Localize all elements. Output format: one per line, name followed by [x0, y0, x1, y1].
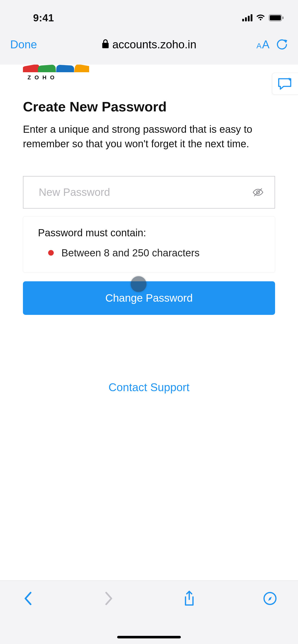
back-button[interactable]	[18, 588, 38, 609]
status-bar: 9:41	[0, 0, 298, 25]
chevron-right-icon	[104, 591, 113, 606]
compass-icon	[263, 591, 277, 606]
text-size-button[interactable]: AA	[256, 38, 269, 51]
password-rules-title: Password must contain:	[38, 227, 260, 239]
wifi-icon	[256, 14, 265, 21]
page-title: Create New Password	[23, 99, 275, 114]
touch-indicator-icon	[131, 276, 146, 292]
chevron-left-icon	[23, 591, 33, 606]
battery-icon	[269, 14, 284, 22]
new-password-input[interactable]	[39, 186, 252, 198]
cellular-icon	[242, 14, 252, 21]
share-icon	[183, 590, 196, 607]
eye-off-icon	[252, 186, 264, 198]
browser-bar: Done accounts.zoho.in AA	[0, 25, 298, 69]
password-rules-box: Password must contain: Between 8 and 250…	[23, 216, 275, 273]
address-bar[interactable]: accounts.zoho.in	[51, 38, 247, 51]
status-time: 9:41	[33, 12, 54, 24]
zoho-logo-text: ZOHO	[23, 74, 89, 81]
browser-bottom-toolbar	[0, 580, 298, 644]
feedback-icon	[278, 77, 293, 90]
contact-support-link[interactable]: Contact Support	[23, 315, 275, 394]
share-button[interactable]	[179, 588, 199, 609]
reload-button[interactable]	[277, 39, 288, 50]
page-body: ZOHO Create New Password Enter a unique …	[0, 65, 298, 601]
home-indicator[interactable]	[117, 636, 181, 638]
url-text: accounts.zoho.in	[112, 38, 196, 51]
change-password-label: Change Password	[105, 292, 193, 304]
password-rule-item: Between 8 and 250 characters	[38, 247, 260, 259]
open-in-safari-button[interactable]	[260, 588, 280, 609]
toggle-password-visibility-button[interactable]	[252, 186, 264, 199]
forward-button[interactable]	[99, 588, 119, 609]
rule-status-dot-icon	[48, 250, 54, 256]
svg-rect-1	[270, 15, 281, 20]
new-password-field-wrap	[23, 176, 275, 209]
change-password-button[interactable]: Change Password	[23, 281, 275, 315]
zoho-logo: ZOHO	[23, 65, 89, 81]
feedback-button[interactable]	[272, 73, 298, 95]
svg-rect-2	[282, 17, 283, 19]
password-rule-text: Between 8 and 250 characters	[61, 247, 200, 259]
lock-icon	[102, 38, 109, 51]
page-subtitle: Enter a unique and strong password that …	[23, 122, 275, 151]
status-icons	[242, 14, 284, 22]
done-button[interactable]: Done	[10, 38, 51, 51]
